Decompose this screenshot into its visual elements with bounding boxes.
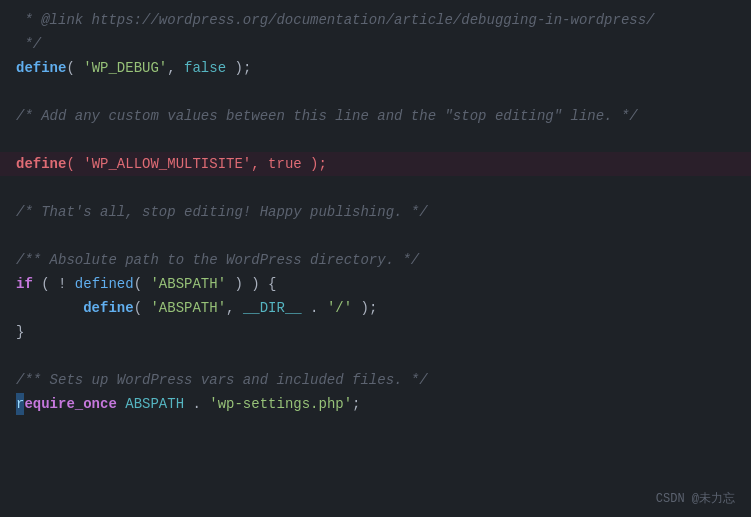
code-line-10	[0, 224, 751, 248]
code-line-5: /* Add any custom values between this li…	[0, 104, 751, 128]
space-require	[117, 393, 125, 415]
require-once-keyword: equire_once	[24, 393, 116, 415]
comment-custom: /* Add any custom values between this li…	[16, 105, 638, 127]
code-line-11: /** Absolute path to the WordPress direc…	[0, 248, 751, 272]
code-editor: * @link https://wordpress.org/documentat…	[0, 0, 751, 517]
code-line-3: define( 'WP_DEBUG', false );	[0, 56, 751, 80]
require-once-highlight: r	[16, 393, 24, 415]
comment-stop-editing: /* That's all, stop editing! Happy publi…	[16, 201, 428, 223]
closing-brace: }	[16, 321, 24, 343]
paren-if: ( !	[33, 273, 75, 295]
comma-abspath: ,	[226, 297, 243, 319]
comma-multisite: ,	[251, 153, 268, 175]
value-false: false	[184, 57, 226, 79]
string-abspath: 'ABSPATH'	[150, 273, 226, 295]
define-keyword-multisite: define	[16, 153, 66, 175]
abspath-const: ABSPATH	[125, 393, 184, 415]
code-line-13: define( 'ABSPATH', __DIR__ . '/' );	[0, 296, 751, 320]
string-wp-settings: 'wp-settings.php'	[209, 393, 352, 415]
code-line-15	[0, 344, 751, 368]
code-line-8	[0, 176, 751, 200]
paren-1: (	[66, 57, 83, 79]
paren-abspath-open: (	[134, 297, 151, 319]
dir-const: __DIR__	[243, 297, 302, 319]
comment-end: */	[16, 33, 41, 55]
code-line-4	[0, 80, 751, 104]
paren-multisite-open: (	[66, 153, 83, 175]
paren-defined-close: ) ) {	[226, 273, 276, 295]
code-line-16: /** Sets up WordPress vars and included …	[0, 368, 751, 392]
if-keyword: if	[16, 273, 33, 295]
comment-link: * @link https://wordpress.org/documentat…	[16, 9, 655, 31]
dot-abspath: .	[302, 297, 327, 319]
dot-require: .	[184, 393, 209, 415]
value-true: true	[268, 153, 302, 175]
define-keyword-abspath: define	[83, 297, 133, 319]
string-wp-debug: 'WP_DEBUG'	[83, 57, 167, 79]
paren-abspath-close: );	[352, 297, 377, 319]
comment-sets: /** Sets up WordPress vars and included …	[16, 369, 428, 391]
watermark: CSDN @未力忘	[656, 490, 735, 507]
paren-2: );	[226, 57, 251, 79]
string-multisite: 'WP_ALLOW_MULTISITE'	[83, 153, 251, 175]
code-line-7: define( 'WP_ALLOW_MULTISITE', true );	[0, 152, 751, 176]
code-line-6	[0, 128, 751, 152]
code-line-12: if ( ! defined( 'ABSPATH' ) ) {	[0, 272, 751, 296]
defined-func: defined	[75, 273, 134, 295]
string-abspath-val: 'ABSPATH'	[150, 297, 226, 319]
comma-1: ,	[167, 57, 184, 79]
code-line-14: }	[0, 320, 751, 344]
define-keyword-1: define	[16, 57, 66, 79]
code-line-2: */	[0, 32, 751, 56]
paren-defined: (	[134, 273, 151, 295]
code-line-9: /* That's all, stop editing! Happy publi…	[0, 200, 751, 224]
indent-spaces	[16, 297, 83, 319]
paren-multisite-close: );	[302, 153, 327, 175]
string-slash: '/'	[327, 297, 352, 319]
code-line-1: * @link https://wordpress.org/documentat…	[0, 8, 751, 32]
comment-abspath: /** Absolute path to the WordPress direc…	[16, 249, 419, 271]
semicolon-require: ;	[352, 393, 360, 415]
code-line-17: require_once ABSPATH . 'wp-settings.php'…	[0, 392, 751, 416]
